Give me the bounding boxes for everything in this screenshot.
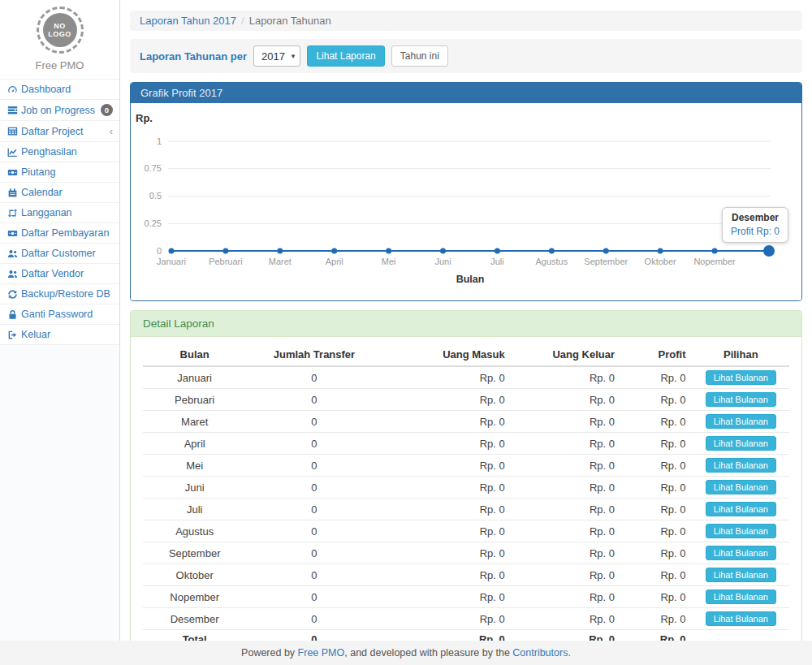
cell-jumlah_transfer: 0: [246, 411, 382, 433]
lihat-bulanan-button[interactable]: Lihat Bulanan: [706, 414, 776, 429]
table-row: Januari0Rp. 0Rp. 0Rp. 0Lihat Bulanan: [143, 366, 789, 389]
sidebar-item-label: Daftar Project: [21, 126, 106, 137]
footer-text-prefix: Powered by: [241, 647, 297, 659]
free-pmo-link[interactable]: Free PMO: [298, 647, 345, 659]
sidebar-item-label: Piutang: [21, 166, 113, 178]
cell-uang_keluar: Rp. 0: [512, 586, 621, 608]
cell-jumlah_transfer: 0: [246, 499, 382, 520]
cell-pilihan: Lihat Bulanan: [693, 542, 789, 564]
lihat-bulanan-button[interactable]: Lihat Bulanan: [706, 589, 776, 604]
cell-pilihan: Lihat Bulanan: [693, 433, 789, 455]
sidebar-item-daftar-vendor[interactable]: Daftar Vendor: [0, 263, 119, 283]
column-header-uang-masuk: Uang Masuk: [382, 343, 512, 366]
cell-pilihan: Lihat Bulanan: [693, 564, 789, 586]
lihat-bulanan-button[interactable]: Lihat Bulanan: [706, 524, 776, 538]
svg-text:April: April: [326, 257, 343, 266]
cell-bulan: Nopember: [143, 586, 246, 608]
sidebar-item-calendar[interactable]: Calendar: [0, 182, 119, 202]
sidebar-item-dashboard[interactable]: Dashboard: [0, 79, 119, 99]
sidebar-item-langganan[interactable]: Langganan: [0, 202, 119, 222]
svg-text:Agustus: Agustus: [535, 257, 568, 266]
svg-text:Rp.: Rp.: [136, 112, 153, 124]
cell-profit: Rp. 0: [621, 608, 693, 630]
table-row: Juni0Rp. 0Rp. 0Rp. 0Lihat Bulanan: [143, 477, 789, 499]
line-chart-icon: [7, 147, 21, 158]
cell-uang_keluar: Rp. 0: [512, 499, 621, 520]
lihat-bulanan-button[interactable]: Lihat Bulanan: [706, 546, 776, 560]
page: NOLOGO Free PMO DashboardJob on Progress…: [0, 0, 812, 641]
profit-chart: Rp.10.750.50.250JanuariPebruariMaretApri…: [131, 103, 801, 300]
sidebar-item-label: Daftar Pembayaran: [21, 227, 113, 239]
sidebar-item-piutang[interactable]: Piutang: [0, 162, 119, 182]
svg-text:Bulan: Bulan: [456, 274, 485, 285]
lihat-bulanan-button[interactable]: Lihat Bulanan: [706, 392, 776, 407]
sidebar-item-label: Backup/Restore DB: [21, 288, 113, 300]
lihat-bulanan-button[interactable]: Lihat Bulanan: [706, 458, 776, 473]
cell-uang_keluar: Rp. 0: [512, 520, 621, 542]
lihat-bulanan-button[interactable]: Lihat Bulanan: [706, 611, 776, 626]
cell-jumlah_transfer: 0: [246, 433, 382, 455]
sidebar-item-ganti-password[interactable]: Ganti Password: [0, 304, 119, 324]
table-row: September0Rp. 0Rp. 0Rp. 0Lihat Bulanan: [143, 542, 789, 564]
sidebar-item-job-on-progress[interactable]: Job on Progress0: [0, 99, 119, 120]
money-icon: [7, 228, 21, 239]
footer-text-middle: , and developed with pleasure by the: [344, 647, 512, 659]
cell-uang_keluar: Rp. 0: [512, 411, 621, 433]
chart-panel-title: Grafik Profit 2017: [131, 83, 801, 103]
count-badge: 0: [101, 104, 113, 116]
cell-bulan: April: [143, 433, 246, 455]
table-row: Pebruari0Rp. 0Rp. 0Rp. 0Lihat Bulanan: [143, 389, 789, 411]
cell-jumlah_transfer: 0: [246, 564, 382, 586]
footer: Powered by Free PMO, and developed with …: [0, 641, 812, 665]
cell-bulan: Juli: [143, 499, 246, 520]
table-row: Desember0Rp. 0Rp. 0Rp. 0Lihat Bulanan: [143, 608, 789, 630]
refresh-icon: [7, 289, 21, 300]
sidebar-item-label: Keluar: [21, 329, 113, 340]
breadcrumb-link[interactable]: Laporan Tahun 2017: [140, 15, 236, 27]
brand[interactable]: NOLOGO Free PMO: [0, 0, 119, 79]
tahun-ini-button[interactable]: Tahun ini: [391, 45, 448, 67]
cell-uang_masuk: Rp. 0: [382, 520, 512, 542]
sidebar-item-backup-restore-db[interactable]: Backup/Restore DB: [0, 283, 119, 304]
cell-profit: Rp. 0: [621, 477, 693, 499]
report-filter-bar: Laporan Tahunan per 2017 ▾ Lihat Laporan…: [130, 39, 802, 73]
svg-text:Januari: Januari: [157, 257, 186, 266]
sidebar-item-keluar[interactable]: Keluar: [0, 324, 119, 345]
sign-out-icon: [7, 330, 21, 340]
cell-jumlah_transfer: 0: [246, 542, 382, 564]
cell-pilihan: Lihat Bulanan: [693, 586, 789, 608]
sidebar-item-daftar-project[interactable]: Daftar Project‹: [0, 120, 119, 141]
contributors-link[interactable]: Contributors.: [512, 647, 571, 659]
cell-bulan: Maret: [143, 411, 246, 433]
lihat-bulanan-button[interactable]: Lihat Bulanan: [706, 436, 776, 451]
lihat-bulanan-button[interactable]: Lihat Bulanan: [706, 568, 776, 582]
cell-profit: Rp. 0: [621, 366, 693, 389]
column-header-jumlah-transfer: Jumlah Transfer: [246, 343, 382, 366]
svg-text:0.75: 0.75: [145, 163, 162, 173]
table-icon: [7, 126, 21, 136]
svg-text:Pebruari: Pebruari: [209, 257, 243, 266]
total-profit: Rp. 0: [621, 630, 693, 641]
caret-down-icon: ▾: [292, 52, 296, 60]
lihat-bulanan-button[interactable]: Lihat Bulanan: [706, 480, 776, 494]
cell-uang_masuk: Rp. 0: [382, 433, 512, 455]
cell-bulan: Pebruari: [143, 389, 246, 411]
sidebar-item-daftar-pembayaran[interactable]: Daftar Pembayaran: [0, 222, 119, 243]
sidebar-item-penghasilan[interactable]: Penghasilan: [0, 141, 119, 162]
sidebar-item-daftar-customer[interactable]: Daftar Customer: [0, 243, 119, 263]
table-row: Mei0Rp. 0Rp. 0Rp. 0Lihat Bulanan: [143, 455, 789, 477]
cell-uang_keluar: Rp. 0: [512, 366, 621, 389]
table-row: April0Rp. 0Rp. 0Rp. 0Lihat Bulanan: [143, 433, 789, 455]
dashboard-icon: [7, 84, 21, 95]
report-table: BulanJumlah TransferUang MasukUang Kelua…: [143, 343, 789, 641]
cell-bulan: September: [143, 542, 246, 564]
cell-uang_masuk: Rp. 0: [382, 608, 512, 630]
profit-chart-svg: Rp.10.750.50.250JanuariPebruariMaretApri…: [131, 103, 801, 300]
lihat-bulanan-button[interactable]: Lihat Bulanan: [706, 502, 776, 516]
year-select[interactable]: 2017 ▾: [253, 45, 300, 67]
lihat-bulanan-button[interactable]: Lihat Bulanan: [706, 370, 776, 385]
sidebar-item-label: Daftar Customer: [21, 248, 113, 259]
year-select-value: 2017: [261, 50, 285, 63]
cell-uang_masuk: Rp. 0: [382, 542, 512, 564]
lihat-laporan-button[interactable]: Lihat Laporan: [307, 45, 384, 67]
